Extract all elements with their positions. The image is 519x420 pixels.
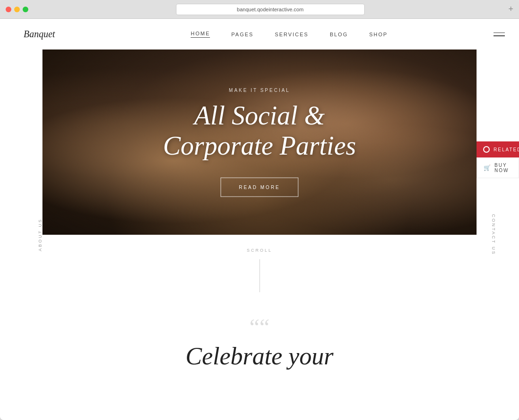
site-nav: HOME PAGES SERVICES BLOG SHOP [85, 31, 494, 38]
hamburger-line-2 [494, 35, 505, 36]
hero-section: MAKE IT SPECIAL All Social & Corporate P… [42, 49, 477, 235]
hero-subtitle: MAKE IT SPECIAL [163, 87, 356, 92]
nav-pages[interactable]: PAGES [231, 32, 253, 37]
buy-label: BUY NOW [494, 163, 512, 173]
scroll-section: SCROLL [0, 235, 519, 292]
address-text: banquet.qodeinteractive.com [237, 7, 303, 12]
nav-shop[interactable]: SHOP [369, 32, 387, 37]
website: Banquet HOME PAGES SERVICES BLOG SHOP AB… [0, 19, 519, 420]
traffic-lights [6, 7, 28, 12]
hero-title: All Social & Corporate Parties [163, 100, 356, 161]
nav-blog[interactable]: BLOG [330, 32, 348, 37]
hero-title-line1: All Social & [194, 100, 325, 130]
hamburger-line-1 [494, 33, 505, 33]
minimize-button[interactable] [14, 7, 20, 12]
nav-home[interactable]: HOME [191, 31, 210, 38]
address-bar[interactable]: banquet.qodeinteractive.com [176, 4, 365, 15]
scroll-label: SCROLL [0, 248, 519, 253]
hamburger-menu[interactable] [494, 33, 505, 36]
nav-services[interactable]: SERVICES [275, 32, 308, 37]
site-header: Banquet HOME PAGES SERVICES BLOG SHOP [0, 19, 519, 49]
buy-now-panel[interactable]: 🛒 BUY NOW [477, 157, 519, 178]
related-label: RELATED [494, 147, 519, 152]
maximize-button[interactable] [23, 7, 28, 12]
new-tab-button[interactable]: + [508, 4, 513, 14]
floating-panels: RELATED 🛒 BUY NOW [477, 141, 519, 178]
content-area: ABOUT US CONTACT US MAKE IT SPECIAL All … [0, 49, 519, 420]
site-logo: Banquet [24, 29, 85, 40]
quote-section: ““ Celebrate your [0, 292, 519, 379]
quote-text: Celebrate your [0, 342, 519, 370]
scroll-line [260, 259, 260, 292]
hero-content: MAKE IT SPECIAL All Social & Corporate P… [163, 87, 356, 197]
quote-marks: ““ [0, 316, 519, 338]
browser-window: banquet.qodeinteractive.com + Banquet HO… [0, 0, 519, 420]
related-panel[interactable]: RELATED [477, 141, 519, 157]
cart-icon: 🛒 [484, 165, 492, 171]
close-button[interactable] [6, 7, 11, 12]
related-icon [483, 146, 490, 153]
hero-title-line2: Corporate Parties [163, 131, 356, 160]
read-more-button[interactable]: READ MORE [220, 178, 299, 197]
browser-toolbar: banquet.qodeinteractive.com + [0, 0, 519, 19]
